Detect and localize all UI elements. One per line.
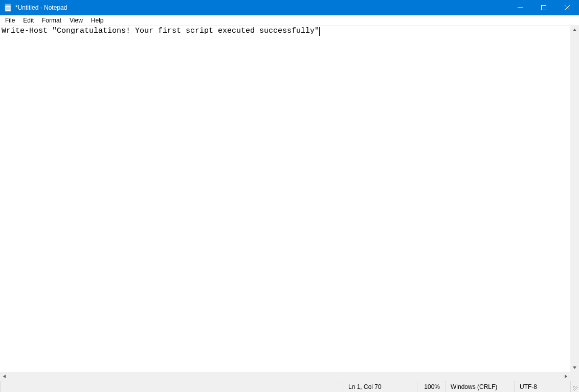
- statusbar: Ln 1, Col 70 100% Windows (CRLF) UTF-8: [0, 381, 579, 392]
- notepad-icon: [4, 4, 12, 12]
- maximize-button[interactable]: [532, 0, 555, 15]
- svg-rect-6: [542, 6, 546, 10]
- menu-view[interactable]: View: [65, 16, 87, 25]
- menu-help[interactable]: Help: [87, 16, 108, 25]
- scroll-left-button[interactable]: [0, 372, 9, 381]
- menu-file[interactable]: File: [1, 16, 19, 25]
- window-controls: [508, 0, 579, 15]
- scroll-down-button[interactable]: [570, 363, 579, 372]
- scrollbar-corner: [570, 372, 579, 381]
- titlebar[interactable]: *Untitled - Notepad: [0, 0, 579, 15]
- menu-edit[interactable]: Edit: [19, 16, 38, 25]
- svg-rect-1: [5, 4, 11, 6]
- text-cursor: [319, 27, 320, 36]
- scroll-up-button[interactable]: [570, 26, 579, 34]
- status-position: Ln 1, Col 70: [343, 381, 417, 392]
- status-spacer: [0, 381, 343, 392]
- vertical-scroll-track[interactable]: [570, 34, 579, 363]
- vertical-scrollbar[interactable]: [570, 26, 579, 372]
- editor-area: Write-Host "Congratulations! Your first …: [0, 26, 579, 381]
- horizontal-scroll-track[interactable]: [9, 372, 562, 381]
- text-editor[interactable]: Write-Host "Congratulations! Your first …: [0, 26, 570, 372]
- status-line-ending: Windows (CRLF): [445, 381, 514, 392]
- menu-format[interactable]: Format: [38, 16, 65, 25]
- window-title: *Untitled - Notepad: [15, 0, 508, 15]
- scroll-right-button[interactable]: [562, 372, 570, 381]
- editor-content: Write-Host "Congratulations! Your first …: [2, 27, 319, 35]
- menubar: File Edit Format View Help: [0, 15, 579, 26]
- minimize-button[interactable]: [508, 0, 532, 15]
- status-zoom: 100%: [417, 381, 445, 392]
- close-button[interactable]: [555, 0, 579, 15]
- resize-grip[interactable]: [570, 381, 579, 392]
- status-encoding: UTF-8: [514, 381, 570, 392]
- horizontal-scrollbar[interactable]: [0, 372, 570, 381]
